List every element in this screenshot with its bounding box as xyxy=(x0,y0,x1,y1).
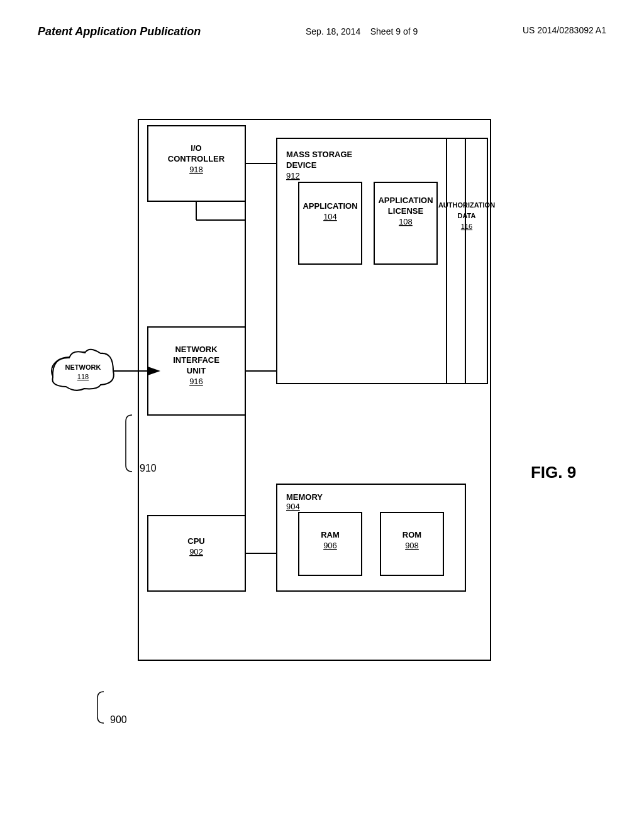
io-label2: CONTROLLER xyxy=(168,154,225,163)
label-910: 910 xyxy=(140,463,157,473)
network-cloud: NETWORK 118 xyxy=(52,350,114,390)
msd-id: 912 xyxy=(286,171,300,180)
header-center: Sep. 18, 2014 Sheet 9 of 9 xyxy=(306,25,418,38)
svg-rect-9 xyxy=(299,182,362,264)
cpu-id: 902 xyxy=(189,547,203,556)
memory-label: MEMORY xyxy=(286,492,323,502)
niu-label1: NETWORK xyxy=(175,345,218,354)
niu-label3: UNIT xyxy=(187,366,206,375)
authdata-id: 116 xyxy=(461,223,472,230)
applicense-label1: APPLICATION xyxy=(378,196,433,205)
applicense-label2: LICENSE xyxy=(388,206,424,216)
svg-text:118: 118 xyxy=(77,373,89,380)
msd-label2: DEVICE xyxy=(286,160,317,170)
label-900: 900 xyxy=(110,714,127,725)
cpu-label: CPU xyxy=(187,536,204,546)
rom-id: 908 xyxy=(405,541,419,550)
applicense-id: 108 xyxy=(399,217,413,226)
ram-label: RAM xyxy=(321,530,340,540)
io-id: 918 xyxy=(189,165,203,174)
header: Patent Application Publication Sep. 18, … xyxy=(0,0,644,38)
publication-title: Patent Application Publication xyxy=(38,25,201,38)
sheet-info: Sheet 9 of 9 xyxy=(370,26,418,36)
fig-label: FIG. 9 xyxy=(531,463,576,482)
authdata-label1: AUTHORIZATION xyxy=(438,201,495,209)
app-label1: APPLICATION xyxy=(303,201,357,211)
msd-label1: MASS STORAGE xyxy=(286,150,353,159)
svg-text:NETWORK: NETWORK xyxy=(65,363,101,371)
publication-date: Sep. 18, 2014 xyxy=(306,26,360,36)
patent-number: US 2014/0283092 A1 xyxy=(523,25,606,35)
diagram-svg: 910 CPU 902 MEMORY 904 RAM 906 ROM 908 I… xyxy=(38,101,604,761)
page: Patent Application Publication Sep. 18, … xyxy=(0,0,644,830)
niu-label2: INTERFACE xyxy=(173,355,219,365)
app-id: 104 xyxy=(323,212,337,221)
svg-rect-11 xyxy=(447,138,487,384)
rom-label: ROM xyxy=(402,530,421,540)
ram-id: 906 xyxy=(323,541,337,550)
diagram: 910 CPU 902 MEMORY 904 RAM 906 ROM 908 I… xyxy=(38,101,604,761)
niu-id: 916 xyxy=(189,377,203,386)
svg-rect-5 xyxy=(148,126,245,201)
authdata-label2: DATA xyxy=(458,212,476,219)
memory-id: 904 xyxy=(286,502,300,511)
io-label1: I/O xyxy=(191,143,201,153)
